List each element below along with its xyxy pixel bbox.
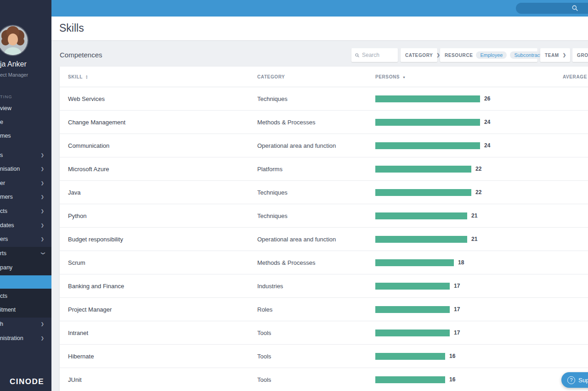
avatar[interactable]	[0, 26, 28, 55]
skill-name: Microsoft Azure	[68, 157, 109, 181]
support-label: Support	[578, 377, 588, 384]
persons-bar	[375, 236, 467, 243]
table-search[interactable]	[351, 48, 398, 62]
table-body: Web ServicesTechniques26Change Managemen…	[60, 87, 588, 391]
skill-category: Methods & Processes	[257, 111, 315, 134]
chevron-right-icon: ❯	[40, 148, 44, 162]
sidebar-item-reports-company[interactable]: pany	[0, 261, 51, 274]
persons-bar	[375, 306, 450, 313]
table-row[interactable]: Microsoft AzurePlatforms22	[60, 157, 588, 181]
persons-bar	[375, 353, 445, 360]
skill-name: Scrum	[68, 251, 85, 274]
persons-count: 17	[454, 274, 460, 298]
search-icon	[572, 5, 578, 11]
sidebar-item-reports-recruitment[interactable]: itment	[0, 303, 51, 317]
chevron-right-icon: ❯	[433, 53, 440, 57]
table-row[interactable]: HibernateTools16	[60, 345, 588, 368]
sidebar-item-search[interactable]: h❯	[0, 317, 51, 331]
sidebar-item-customers[interactable]: mers❯	[0, 190, 51, 204]
chevron-right-icon: ❯	[40, 176, 44, 190]
filter-label: GROUP	[577, 53, 588, 58]
chevron-right-icon: ❯	[40, 204, 44, 218]
sidebar-item-label: s	[0, 152, 3, 158]
column-header-persons[interactable]: PERSONS▼	[375, 67, 406, 87]
skill-name: Banking and Finance	[68, 274, 124, 298]
sidebar-item-label: itment	[0, 307, 16, 313]
sidebar-item-label: rts	[0, 250, 6, 257]
sidebar-item-label: mers	[0, 194, 13, 200]
sidebar-item-organisation[interactable]: nisation❯	[0, 162, 51, 176]
skill-name: Communication	[68, 134, 109, 157]
sidebar-item-skills[interactable]: s❯	[0, 148, 51, 162]
sidebar-item-planner[interactable]: er❯	[0, 176, 51, 190]
skill-category: Platforms	[257, 157, 283, 181]
profile-role: ect Manager	[0, 72, 28, 78]
support-button[interactable]: ? Support	[561, 372, 588, 388]
persons-count: 22	[475, 181, 481, 204]
table-row[interactable]: Change ManagementMethods & Processes24	[60, 111, 588, 134]
filter-button-resource[interactable]: RESOURCEEmployeeSubcontractor❯	[440, 48, 537, 62]
table-row[interactable]: Project ManagerRoles17	[60, 298, 588, 321]
sidebar-section-label: TING	[0, 94, 12, 99]
global-search-input[interactable]	[522, 5, 568, 11]
sidebar-item-label: nistration	[0, 335, 23, 341]
chevron-right-icon: ❯	[559, 53, 566, 57]
sidebar-item-candidates[interactable]: dates❯	[0, 218, 51, 232]
table-search-input[interactable]	[362, 52, 394, 58]
skill-category: Methods & Processes	[257, 251, 315, 274]
filter-button-team[interactable]: TEAM❯	[540, 48, 570, 62]
persons-count: 22	[475, 157, 481, 181]
filter-pill-employee[interactable]: Employee	[476, 51, 507, 59]
sidebar-item-profile[interactable]: e	[0, 115, 51, 129]
global-search[interactable]	[516, 3, 588, 14]
skill-category: Operational area and function	[257, 228, 336, 251]
table-row[interactable]: Web ServicesTechniques26	[60, 87, 588, 111]
chevron-right-icon: ❯	[40, 190, 44, 204]
table-row[interactable]: ScrumMethods & Processes18	[60, 251, 588, 274]
table-row[interactable]: Banking and FinanceIndustries17	[60, 274, 588, 298]
skill-name: Intranet	[68, 321, 88, 345]
table-row[interactable]: CommunicationOperational area and functi…	[60, 134, 588, 157]
sidebar-item-overview[interactable]: view	[0, 101, 51, 115]
skill-category: Tools	[257, 321, 271, 345]
table-row[interactable]: PythonTechniques21	[60, 204, 588, 228]
sidebar-item-partners[interactable]: ers❯	[0, 232, 51, 246]
skill-category: Techniques	[257, 87, 288, 111]
sidebar-item-resumes[interactable]: mes	[0, 129, 51, 143]
skill-name: Project Manager	[68, 298, 112, 321]
filter-label: CATEGORY	[405, 53, 433, 58]
page-header: Skills	[51, 17, 588, 41]
persons-count: 16	[449, 345, 455, 368]
skill-name: Hibernate	[68, 345, 94, 368]
persons-count: 18	[458, 251, 464, 274]
sidebar-item-label: cts	[0, 208, 7, 214]
persons-count: 16	[449, 368, 455, 391]
table-row[interactable]: JavaTechniques22	[60, 181, 588, 204]
column-label: PERSONS	[375, 74, 400, 79]
skill-category: Tools	[257, 368, 271, 391]
table-row[interactable]: Budget responsibilityOperational area an…	[60, 228, 588, 251]
persons-count: 24	[484, 134, 490, 157]
filter-button-category[interactable]: CATEGORY❯	[401, 48, 437, 62]
persons-count: 21	[471, 228, 477, 251]
column-header-category: CATEGORY	[257, 67, 285, 87]
persons-bar	[375, 259, 454, 266]
sidebar-item-administration[interactable]: nistration❯	[0, 331, 51, 345]
skill-name: Budget responsibility	[68, 228, 123, 251]
skill-name: Java	[68, 181, 80, 204]
sidebar-item-reports-skills[interactable]	[0, 275, 51, 289]
table-row[interactable]: IntranetTools17	[60, 321, 588, 345]
topbar	[51, 0, 588, 17]
table-row[interactable]: JUnitTools16	[60, 368, 588, 391]
question-circle-icon: ?	[567, 376, 575, 384]
persons-count: 21	[471, 204, 477, 228]
sidebar-item-reports[interactable]: rts❯	[0, 246, 51, 260]
sidebar-item-reports-projects[interactable]: cts	[0, 289, 51, 303]
skill-name: Web Services	[68, 87, 105, 111]
filter-button-group[interactable]: GROUP	[572, 48, 588, 62]
sidebar-item-projects[interactable]: cts❯	[0, 204, 51, 218]
skill-name: JUnit	[68, 368, 82, 391]
column-header-skill[interactable]: SKILL▲▼	[68, 67, 88, 87]
column-label: SKILL	[68, 74, 83, 79]
persons-count: 17	[454, 321, 460, 345]
